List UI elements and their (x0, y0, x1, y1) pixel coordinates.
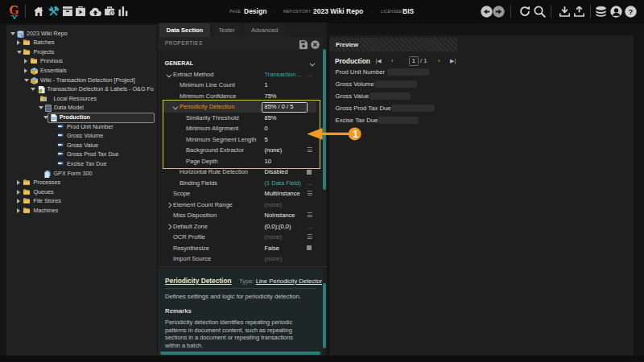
svg-text:1: 1 (353, 129, 358, 140)
svg-text:?: ? (629, 7, 634, 16)
svg-text:G: G (9, 4, 19, 17)
